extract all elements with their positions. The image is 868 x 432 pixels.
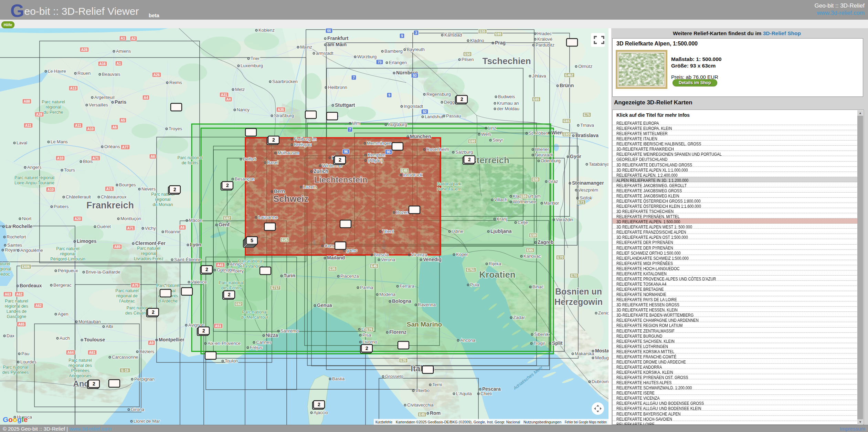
svg-text:Kurzbefehle: Kurzbefehle	[375, 420, 392, 424]
svg-text:A28: A28	[36, 113, 43, 116]
svg-text:A71: A71	[127, 226, 134, 230]
svg-text:Versailles: Versailles	[89, 102, 108, 107]
svg-text:Bergerac: Bergerac	[53, 282, 72, 288]
svg-text:Regensburg: Regensburg	[426, 92, 451, 97]
svg-text:Mostar: Mostar	[595, 348, 608, 353]
svg-text:régional: régional	[155, 197, 170, 202]
svg-text:Google: Google	[3, 415, 28, 423]
svg-text:Straßburg: Straßburg	[274, 113, 294, 118]
svg-text:Bastia: Bastia	[332, 376, 345, 381]
svg-text:München: München	[410, 134, 431, 139]
svg-text:de forêts: de forêts	[182, 161, 199, 165]
svg-text:Limoges: Limoges	[77, 238, 97, 244]
svg-text:A20: A20	[75, 217, 81, 221]
svg-text:Zagreb: Zagreb	[538, 239, 554, 245]
svg-text:Parc national: Parc national	[219, 280, 244, 285]
svg-text:Parc naturel: Parc naturel	[56, 246, 79, 251]
svg-text:E70: E70	[571, 274, 577, 278]
svg-text:Trogir: Trogir	[533, 341, 545, 346]
svg-text:A26: A26	[154, 73, 160, 77]
svg-text:Lausanne: Lausanne	[258, 215, 278, 220]
svg-text:Livradois-Forez: Livradois-Forez	[134, 256, 163, 261]
svg-text:Belfort: Belfort	[243, 156, 256, 162]
svg-text:Tatabánya: Tatabánya	[589, 162, 608, 167]
svg-text:Parc naturel: Parc naturel	[5, 299, 28, 304]
svg-text:2: 2	[468, 157, 471, 162]
svg-text:Koper: Koper	[456, 252, 468, 257]
svg-text:Brive-la-Gaillarde: Brive-la-Gaillarde	[86, 269, 120, 275]
svg-text:Varaždin: Varaždin	[556, 217, 573, 222]
svg-text:Parc national: Parc national	[3, 365, 28, 370]
svg-text:Kartendaten ©2025 GeoBasis-DE/: Kartendaten ©2025 GeoBasis-DE/BKG (©2009…	[396, 420, 520, 424]
svg-text:Cannes: Cannes	[256, 340, 272, 345]
svg-text:Győr: Győr	[570, 154, 581, 159]
svg-text:2: 2	[173, 187, 176, 192]
svg-text:Piacenza: Piacenza	[340, 274, 359, 279]
svg-text:Orléans: Orléans	[104, 144, 120, 149]
svg-text:Veszprém: Veszprém	[578, 187, 598, 193]
svg-text:Erlangen: Erlangen	[389, 60, 407, 65]
svg-text:A51: A51	[215, 324, 222, 328]
svg-text:régional: régional	[46, 105, 61, 110]
svg-text:Ingolstadt: Ingolstadt	[404, 104, 423, 109]
svg-text:A64: A64	[67, 351, 74, 354]
svg-text:Saintes: Saintes	[7, 243, 22, 248]
svg-text:Lourdes: Lourdes	[20, 359, 36, 364]
svg-text:Auch: Auch	[60, 336, 70, 341]
svg-text:Bamberg: Bamberg	[384, 49, 403, 54]
svg-text:Brünn: Brünn	[560, 83, 574, 88]
svg-text:Chieti: Chieti	[480, 391, 492, 396]
svg-text:Parc national: Parc national	[242, 310, 267, 315]
svg-text:L'Aquila: L'Aquila	[456, 391, 472, 396]
svg-text:Aix-en-Provence: Aix-en-Provence	[208, 341, 241, 346]
svg-text:Civitavecchia: Civitavecchia	[407, 402, 434, 408]
svg-text:Montauban: Montauban	[78, 319, 101, 324]
svg-text:Ravenna: Ravenna	[418, 302, 436, 307]
svg-text:Nevers: Nevers	[141, 186, 156, 192]
svg-text:La Rochelle: La Rochelle	[6, 224, 33, 229]
svg-text:E60: E60	[469, 140, 475, 143]
svg-text:Frankfurt: Frankfurt	[327, 35, 349, 41]
svg-text:A28: A28	[81, 48, 88, 52]
svg-text:Genf: Genf	[219, 222, 230, 227]
svg-text:9: 9	[401, 34, 403, 38]
svg-text:A35: A35	[278, 108, 284, 112]
svg-text:A61: A61	[89, 351, 96, 354]
svg-text:Luzern: Luzern	[303, 184, 317, 189]
svg-text:Terni: Terni	[432, 382, 442, 387]
svg-text:Hohe Tauern: Hohe Tauern	[437, 187, 461, 192]
svg-text:des Écrins: des Écrins	[221, 285, 241, 290]
svg-text:A5: A5	[121, 119, 125, 122]
svg-text:Toulouse: Toulouse	[84, 337, 105, 342]
svg-text:régional: régional	[141, 251, 156, 256]
svg-text:Nizza: Nizza	[266, 332, 278, 338]
svg-text:Tours: Tours	[64, 167, 75, 173]
svg-text:Budweis: Budweis	[498, 94, 515, 99]
svg-text:Médoc: Médoc	[0, 272, 10, 277]
svg-text:2: 2	[318, 402, 320, 407]
svg-text:Le Mans: Le Mans	[51, 139, 68, 144]
svg-text:Pardubitz: Pardubitz	[536, 42, 554, 48]
svg-text:2: 2	[202, 328, 205, 333]
svg-text:A77: A77	[122, 145, 129, 149]
svg-text:Bihać: Bihać	[532, 284, 544, 289]
svg-text:E65: E65	[533, 97, 539, 101]
svg-text:Králové: Králové	[537, 37, 552, 42]
svg-text:Montpellier: Montpellier	[159, 337, 184, 342]
svg-text:A9: A9	[149, 341, 154, 345]
svg-text:sterreich: sterreich	[472, 155, 509, 165]
svg-text:Le Havre: Le Havre	[48, 69, 66, 74]
svg-text:Grosseto: Grosseto	[385, 374, 403, 379]
svg-text:Würzburg: Würzburg	[357, 54, 377, 59]
svg-text:Ariégeoises: Ariégeoises	[69, 373, 91, 378]
svg-text:Ajaccio: Ajaccio	[314, 410, 328, 415]
svg-text:96: 96	[344, 150, 348, 154]
svg-text:Lloret de Mar: Lloret de Mar	[134, 419, 160, 424]
svg-text:Landshut: Landshut	[425, 114, 443, 119]
svg-text:Mailand: Mailand	[327, 255, 345, 260]
svg-text:Royan: Royan	[5, 247, 18, 253]
svg-text:(Allgäu): (Allgäu)	[368, 158, 383, 163]
svg-text:Carcassonne: Carcassonne	[112, 354, 138, 360]
svg-text:Stuttgart: Stuttgart	[335, 102, 355, 108]
svg-text:Sanremo: Sanremo	[280, 328, 299, 333]
